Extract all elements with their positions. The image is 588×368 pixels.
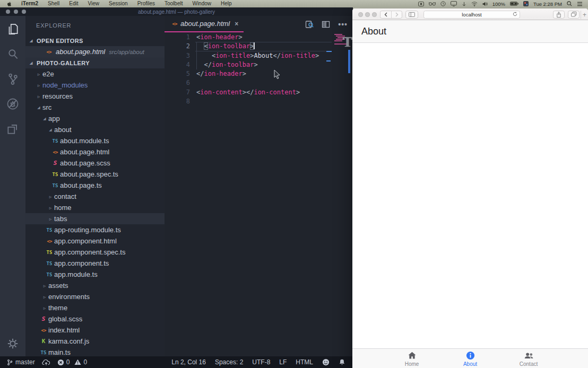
volume-icon[interactable]: [482, 2, 488, 6]
address-bar[interactable]: localhost: [423, 11, 520, 19]
tree-item-app.component.spec.ts[interactable]: TSapp.component.spec.ts: [25, 247, 165, 258]
tree-item-e2e[interactable]: ▹e2e: [25, 68, 165, 80]
screen-record-icon[interactable]: [418, 2, 424, 6]
tree-item-home[interactable]: ▹home: [25, 202, 165, 213]
open-preview-icon[interactable]: [305, 20, 314, 29]
more-actions-icon[interactable]: •••: [338, 20, 348, 29]
tree-item-tabs[interactable]: ▹tabs: [25, 213, 165, 224]
tree-item-node_modules[interactable]: ▹node_modules: [25, 80, 165, 91]
tree-item-global.scss[interactable]: Sglobal.scss: [25, 313, 165, 325]
tree-item-about.page.scss[interactable]: Sabout.page.scss: [25, 157, 165, 169]
code-editor[interactable]: 1<ion-header>2 <ion-toolbar>3 <ion-title…: [165, 32, 353, 106]
editor-tab-about-page-html[interactable]: <> about.page.html ×: [165, 16, 244, 32]
tree-item-karma.conf.js[interactable]: Kkarma.conf.js: [25, 336, 165, 347]
code-line-5[interactable]: 5</ion-header>: [165, 69, 353, 78]
tree-item-about.module.ts[interactable]: TSabout.module.ts: [25, 135, 165, 146]
eol-setting[interactable]: LF: [279, 358, 287, 366]
zoom-window-button[interactable]: [22, 10, 26, 14]
code-line-7[interactable]: 7<ion-content></ion-content>: [165, 88, 353, 97]
close-window-button[interactable]: [6, 10, 10, 14]
time-machine-icon[interactable]: [440, 1, 446, 6]
cursor-position[interactable]: Ln 2, Col 16: [171, 358, 206, 366]
ionic-tab-about[interactable]: About: [441, 349, 499, 368]
menu-item-edit[interactable]: Edit: [64, 0, 83, 7]
code-line-4[interactable]: 4 </ion-toolbar>: [165, 60, 353, 69]
search-icon[interactable]: [6, 47, 20, 61]
close-window-button[interactable]: [358, 12, 363, 17]
settings-gear-icon[interactable]: [6, 337, 19, 350]
notifications-bell-icon[interactable]: [339, 358, 345, 366]
notification-center-icon[interactable]: [577, 2, 583, 6]
menu-item-profiles[interactable]: Profiles: [133, 0, 160, 7]
indentation-setting[interactable]: Spaces: 2: [215, 358, 243, 366]
menu-bar-clock[interactable]: Tue 2:28 PM: [533, 1, 562, 7]
tree-item-about.page.spec.ts[interactable]: TSabout.page.spec.ts: [25, 169, 165, 180]
project-header[interactable]: ◢ PHOTO-GALLERY: [25, 57, 165, 68]
menu-item-help[interactable]: Help: [216, 0, 237, 7]
tree-item-about.page.ts[interactable]: TSabout.page.ts: [25, 180, 165, 191]
git-branch-status[interactable]: master: [6, 358, 35, 366]
ionic-tab-contact[interactable]: Contact: [499, 349, 558, 368]
code-line-1[interactable]: 1<ion-header>: [165, 33, 353, 42]
debug-icon[interactable]: [6, 97, 20, 111]
tree-item-contact[interactable]: ▹contact: [25, 191, 165, 202]
tab-overview-button[interactable]: [568, 11, 580, 19]
spotlight-icon[interactable]: [567, 1, 572, 6]
open-editors-header[interactable]: ◢ OPEN EDITORS: [25, 35, 165, 46]
tree-item-src[interactable]: ◢src: [25, 102, 165, 113]
tree-item-app.component.ts[interactable]: TSapp.component.ts: [25, 258, 165, 269]
tree-item-index.html[interactable]: <>index.html: [25, 325, 165, 336]
minimize-window-button[interactable]: [365, 12, 370, 17]
source-control-icon[interactable]: [6, 72, 20, 86]
tree-item-about[interactable]: ◢about: [25, 124, 165, 135]
apple-menu-icon[interactable]: [6, 1, 12, 7]
menu-item-window[interactable]: Window: [187, 0, 216, 7]
language-mode[interactable]: HTML: [296, 358, 313, 366]
split-editor-icon[interactable]: [322, 20, 330, 29]
explorer-icon[interactable]: [6, 22, 20, 36]
menu-item-toolbelt[interactable]: Toolbelt: [160, 0, 187, 7]
display-icon[interactable]: [451, 1, 457, 6]
tree-item-app[interactable]: ◢app: [25, 113, 165, 124]
tree-item-main.ts[interactable]: TSmain.ts: [25, 347, 165, 356]
code-line-8[interactable]: 8: [165, 97, 353, 106]
tree-item-environments[interactable]: ▹environments: [25, 291, 165, 302]
sidebar-toggle-button[interactable]: [405, 11, 418, 19]
code-line-2[interactable]: 2 <ion-toolbar>: [165, 42, 353, 51]
zoom-window-button[interactable]: [372, 12, 377, 17]
new-tab-button[interactable]: +: [581, 11, 588, 19]
menu-item-view[interactable]: View: [83, 0, 105, 7]
problems-status[interactable]: 0 0: [57, 358, 87, 366]
tree-item-about.page.html[interactable]: <>about.page.html: [25, 146, 165, 157]
minimize-window-button[interactable]: [14, 10, 18, 14]
tree-item-app-routing.module.ts[interactable]: TSapp-routing.module.ts: [25, 224, 165, 235]
code-line-6[interactable]: 6: [165, 78, 353, 87]
wifi-icon[interactable]: [471, 2, 478, 6]
input-source-icon[interactable]: [523, 1, 529, 6]
glasses-icon[interactable]: [429, 2, 436, 6]
code-line-3[interactable]: 3 <ion-title>About</ion-title>: [165, 51, 353, 60]
battery-icon[interactable]: [510, 2, 518, 6]
share-button[interactable]: [553, 11, 565, 19]
reload-icon[interactable]: [513, 12, 517, 16]
activity-bar: [0, 16, 25, 356]
menu-item-session[interactable]: Session: [104, 0, 133, 7]
close-tab-icon[interactable]: ×: [235, 20, 238, 28]
keyboard-brightness-icon[interactable]: [462, 2, 466, 6]
menu-item-shell[interactable]: Shell: [43, 0, 64, 7]
back-button[interactable]: [381, 11, 391, 18]
publish-changes-icon[interactable]: [42, 359, 50, 366]
tree-item-assets[interactable]: ▹assets: [25, 280, 165, 291]
vscode-title-bar[interactable]: about.page.html — photo-gallery: [0, 7, 353, 16]
tree-item-app.component.html[interactable]: <>app.component.html: [25, 235, 165, 247]
tree-item-app.module.ts[interactable]: TSapp.module.ts: [25, 269, 165, 280]
forward-button[interactable]: [391, 11, 402, 18]
ionic-tab-home[interactable]: Home: [383, 349, 441, 368]
feedback-smiley-icon[interactable]: [322, 358, 330, 366]
tree-item-resources[interactable]: ▹resources: [25, 91, 165, 102]
extensions-icon[interactable]: [6, 122, 20, 136]
open-editor-item[interactable]: <> about.page.html src/app/about: [25, 46, 165, 57]
file-encoding[interactable]: UTF-8: [252, 358, 270, 366]
tree-item-theme[interactable]: ▹theme: [25, 302, 165, 313]
menu-item-app[interactable]: iTerm2: [16, 0, 43, 7]
